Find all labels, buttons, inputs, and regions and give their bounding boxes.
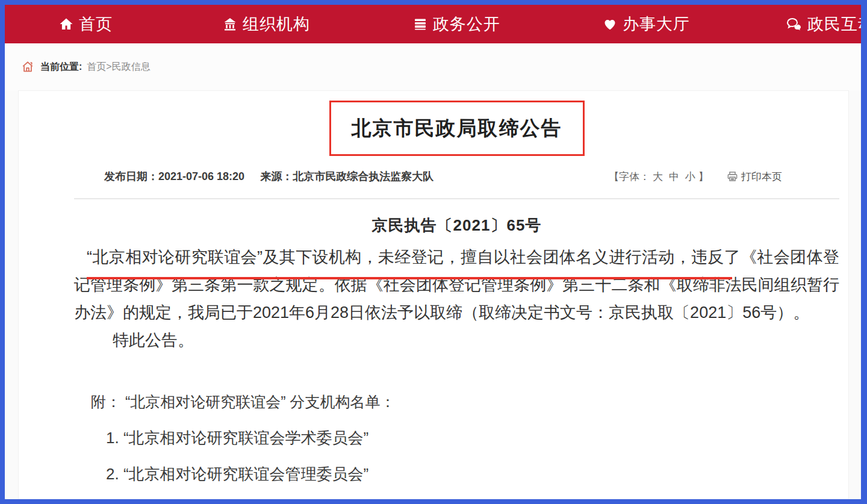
- print-page-button[interactable]: 打印本页: [727, 170, 782, 184]
- font-size-prefix: 【字体：: [609, 170, 650, 184]
- closing-line: 特此公告。: [113, 326, 839, 354]
- title-row: 北京市民政局取缔公告: [74, 101, 839, 156]
- article-meta: 发布日期：2021-07-06 18:20来源：北京市民政综合执法监察大队 【字…: [74, 169, 839, 184]
- top-navigation: 首页 组织机构 政务公开 办事大厅 政民互动: [5, 5, 861, 43]
- chat-icon: [786, 17, 802, 31]
- font-size-large-button[interactable]: 大: [653, 170, 663, 184]
- printer-icon: [727, 171, 738, 182]
- breadcrumb-path[interactable]: 首页>民政信息: [87, 61, 150, 73]
- nav-item-organization[interactable]: 组织机构: [223, 13, 310, 35]
- document-icon: [413, 17, 427, 31]
- print-page-label: 打印本页: [741, 170, 782, 184]
- publish-date: 2021-07-06 18:20: [158, 170, 244, 182]
- annotation-highlight-box: 北京市民政局取缔公告: [329, 101, 585, 156]
- nav-item-label: 首页: [79, 13, 113, 35]
- branch-list-item: 1. “北京相对论研究联谊会学术委员会”: [106, 424, 839, 452]
- nav-item-gov-disclosure[interactable]: 政务公开: [413, 13, 500, 35]
- nav-item-label: 组织机构: [243, 13, 310, 35]
- font-size-medium-button[interactable]: 中: [669, 170, 679, 184]
- nav-item-label: 政务公开: [433, 13, 500, 35]
- breadcrumb: 当前位置: 首页>民政信息: [5, 43, 861, 90]
- article-card: 北京市民政局取缔公告 发布日期：2021-07-06 18:20来源：北京市民政…: [18, 90, 849, 499]
- document-number: 京民执告〔2021〕65号: [74, 215, 839, 236]
- body-underlined-text: “北京相对论研究联谊会”及其下设机构，未经登记，擅自以社会团体名义进行活动，: [87, 248, 691, 266]
- annotation-underline: [87, 277, 732, 279]
- page-title: 北京市民政局取缔公告: [352, 115, 562, 142]
- source-value: 北京市民政综合执法监察大队: [293, 170, 434, 182]
- nav-item-interaction[interactable]: 政民互动: [786, 13, 867, 35]
- nav-item-label: 办事大厅: [623, 13, 690, 35]
- source-label: 来源：: [260, 170, 293, 182]
- branch-list-item: 2. “北京相对论研究联谊会管理委员会”: [106, 460, 839, 488]
- publish-info: 发布日期：2021-07-06 18:20来源：北京市民政综合执法监察大队: [104, 169, 434, 184]
- font-size-suffix: 】: [698, 170, 709, 184]
- announcement-body: “北京相对论研究联谊会”及其下设机构，未经登记，擅自以社会团体名义进行活动，违反…: [74, 243, 839, 326]
- nav-item-service-hall[interactable]: 办事大厅: [603, 13, 690, 35]
- nav-item-home[interactable]: 首页: [59, 13, 113, 35]
- page-frame: 首页 组织机构 政务公开 办事大厅 政民互动: [0, 0, 867, 504]
- home-outline-icon: [21, 60, 34, 73]
- bank-icon: [223, 17, 237, 31]
- font-size-small-button[interactable]: 小: [685, 170, 695, 184]
- home-icon: [59, 17, 73, 31]
- page-tools: 【字体： 大 中 小 】 打印本页: [609, 170, 782, 184]
- heart-icon: [603, 17, 617, 31]
- publish-date-label: 发布日期：: [104, 170, 158, 182]
- nav-item-label: 政民互动: [807, 13, 867, 35]
- breadcrumb-label: 当前位置:: [40, 61, 82, 73]
- meta-divider: [74, 198, 839, 199]
- attachment-heading: 附： “北京相对论研究联谊会” 分支机构名单：: [91, 388, 839, 415]
